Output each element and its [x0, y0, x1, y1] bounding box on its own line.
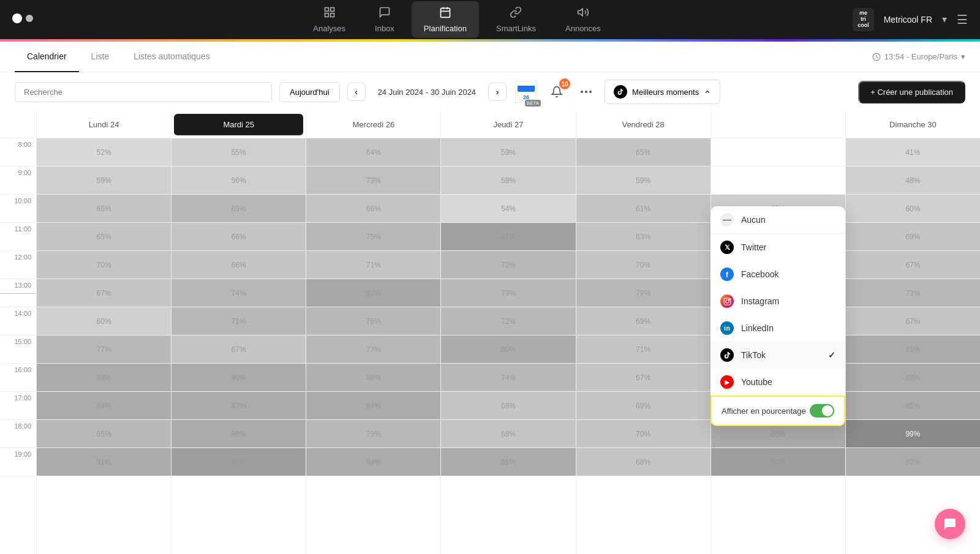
cell-mercredi-17[interactable]: 84%	[306, 392, 440, 420]
cell-dimanche-9[interactable]: 48%	[846, 167, 980, 195]
cell-mardi-10[interactable]: 69%	[172, 195, 306, 223]
nav-planification[interactable]: Planification	[412, 1, 479, 38]
cell-lundi-18[interactable]: 85%	[37, 420, 171, 448]
cell-dimanche-17[interactable]: 85%	[846, 392, 980, 420]
cell-dimanche-12[interactable]: 67%	[846, 251, 980, 279]
cell-jeudi-11[interactable]: 81%	[441, 223, 575, 251]
cell-vendredi-11[interactable]: 63%	[576, 223, 710, 251]
cell-vendredi-13[interactable]: 79%	[576, 279, 710, 307]
tab-listes-automatiques[interactable]: Listes automatiques	[121, 42, 222, 72]
cell-jeudi-16[interactable]: 74%	[441, 364, 575, 392]
cell-mercredi-14[interactable]: 76%	[306, 307, 440, 335]
google-calendar-button[interactable]: 26 BÉTA	[514, 80, 538, 104]
cell-jeudi-13[interactable]: 79%	[441, 279, 575, 307]
cell-mardi-18[interactable]: 88%	[172, 420, 306, 448]
cell-jeudi-12[interactable]: 72%	[441, 251, 575, 279]
dropdown-instagram[interactable]: Instagram	[710, 288, 845, 315]
dropdown-tiktok[interactable]: TikTok ✓	[710, 342, 845, 369]
cell-vendredi-8[interactable]: 65%	[576, 138, 710, 167]
cell-vendredi-16[interactable]: 67%	[576, 364, 710, 392]
cell-dimanche-19[interactable]: 87%	[846, 448, 980, 476]
cell-mardi-17[interactable]: 87%	[172, 392, 306, 420]
cell-jeudi-14[interactable]: 72%	[441, 307, 575, 335]
cell-lundi-17[interactable]: 84%	[37, 392, 171, 420]
cell-mardi-12[interactable]: 68%	[172, 251, 306, 279]
cell-lundi-12[interactable]: 70%	[37, 251, 171, 279]
cell-jeudi-10[interactable]: 54%	[441, 195, 575, 223]
cell-lundi-13[interactable]: 67%	[37, 279, 171, 307]
cell-jeudi-8[interactable]: 59%	[441, 138, 575, 167]
dropdown-twitter[interactable]: 𝕏 Twitter	[710, 234, 845, 261]
nav-annonces[interactable]: Annonces	[553, 1, 613, 38]
dropdown-aucun[interactable]: — Aucun	[710, 206, 845, 233]
nav-inbox[interactable]: Inbox	[363, 1, 407, 38]
cell-mercredi-16[interactable]: 88%	[306, 364, 440, 392]
cell-mardi-16[interactable]: 80%	[172, 364, 306, 392]
nav-analyses[interactable]: Analyses	[301, 1, 358, 38]
cell-samedi-9[interactable]	[711, 167, 845, 195]
cell-lundi-15[interactable]: 77%	[37, 335, 171, 364]
cell-lundi-19[interactable]: 91%	[37, 448, 171, 476]
today-button[interactable]: Aujourd'hui	[279, 82, 340, 102]
user-name[interactable]: Metricool FR	[884, 15, 932, 24]
cell-mercredi-19[interactable]: 84%	[306, 448, 440, 476]
notification-button[interactable]: 10	[546, 81, 568, 103]
nav-smartlinks[interactable]: SmartLinks	[484, 1, 548, 38]
dropdown-youtube[interactable]: ▶ Youtube	[710, 369, 845, 395]
hamburger-menu[interactable]: ☰	[957, 12, 968, 27]
chat-support-button[interactable]	[935, 509, 965, 539]
cell-dimanche-14[interactable]: 67%	[846, 307, 980, 335]
logo[interactable]	[12, 12, 37, 28]
tab-calendrier[interactable]: Calendrier	[15, 42, 79, 72]
more-options-button[interactable]	[575, 81, 597, 103]
cell-lundi-11[interactable]: 65%	[37, 223, 171, 251]
cell-lundi-8[interactable]: 52%	[37, 138, 171, 167]
cell-mardi-19[interactable]: 93%	[172, 448, 306, 476]
cell-mercredi-12[interactable]: 71%	[306, 251, 440, 279]
cell-dimanche-16[interactable]: 83%	[846, 364, 980, 392]
cell-lundi-10[interactable]: 65%	[37, 195, 171, 223]
cell-dimanche-10[interactable]: 60%	[846, 195, 980, 223]
cell-mercredi-15[interactable]: 77%	[306, 335, 440, 364]
tab-liste[interactable]: Liste	[79, 42, 122, 72]
prev-week-button[interactable]: ‹	[347, 83, 366, 101]
cell-mercredi-8[interactable]: 64%	[306, 138, 440, 167]
cell-jeudi-9[interactable]: 58%	[441, 167, 575, 195]
cell-mercredi-10[interactable]: 66%	[306, 195, 440, 223]
cell-vendredi-12[interactable]: 70%	[576, 251, 710, 279]
cell-mardi-9[interactable]: 56%	[172, 167, 306, 195]
user-dropdown-arrow[interactable]: ▾	[942, 13, 947, 25]
cell-vendredi-18[interactable]: 70%	[576, 420, 710, 448]
create-publication-button[interactable]: + Créer une publication	[858, 81, 965, 103]
cell-mardi-8[interactable]: 55%	[172, 138, 306, 167]
cell-dimanche-13[interactable]: 73%	[846, 279, 980, 307]
cell-vendredi-10[interactable]: 61%	[576, 195, 710, 223]
cell-mardi-13[interactable]: 74%	[172, 279, 306, 307]
cell-lundi-16[interactable]: 88%	[37, 364, 171, 392]
cell-jeudi-19[interactable]: 81%	[441, 448, 575, 476]
cell-lundi-9[interactable]: 59%	[37, 167, 171, 195]
time-dropdown-arrow[interactable]: ▾	[961, 52, 965, 61]
cell-mercredi-13[interactable]: 82%	[306, 279, 440, 307]
cell-mardi-15[interactable]: 67%	[172, 335, 306, 364]
cell-dimanche-11[interactable]: 69%	[846, 223, 980, 251]
moments-button[interactable]: Meilleurs moments	[605, 80, 720, 104]
cell-mardi-14[interactable]: 71%	[172, 307, 306, 335]
cell-mercredi-18[interactable]: 79%	[306, 420, 440, 448]
cell-dimanche-18[interactable]: 99%	[846, 420, 980, 448]
cell-mercredi-9[interactable]: 73%	[306, 167, 440, 195]
cell-lundi-14[interactable]: 60%	[37, 307, 171, 335]
cell-jeudi-15[interactable]: 80%	[441, 335, 575, 364]
cell-jeudi-17[interactable]: 68%	[441, 392, 575, 420]
cell-vendredi-14[interactable]: 69%	[576, 307, 710, 335]
dropdown-linkedin[interactable]: in LinkedIn	[710, 315, 845, 342]
cell-mardi-11[interactable]: 66%	[172, 223, 306, 251]
next-week-button[interactable]: ›	[488, 83, 507, 101]
cell-mercredi-11[interactable]: 75%	[306, 223, 440, 251]
cell-vendredi-19[interactable]: 68%	[576, 448, 710, 476]
cell-samedi-8[interactable]	[711, 138, 845, 167]
cell-samedi-19[interactable]: 90%	[711, 448, 845, 476]
dropdown-facebook[interactable]: f Facebook	[710, 261, 845, 288]
cell-dimanche-8[interactable]: 41%	[846, 138, 980, 167]
cell-vendredi-17[interactable]: 69%	[576, 392, 710, 420]
